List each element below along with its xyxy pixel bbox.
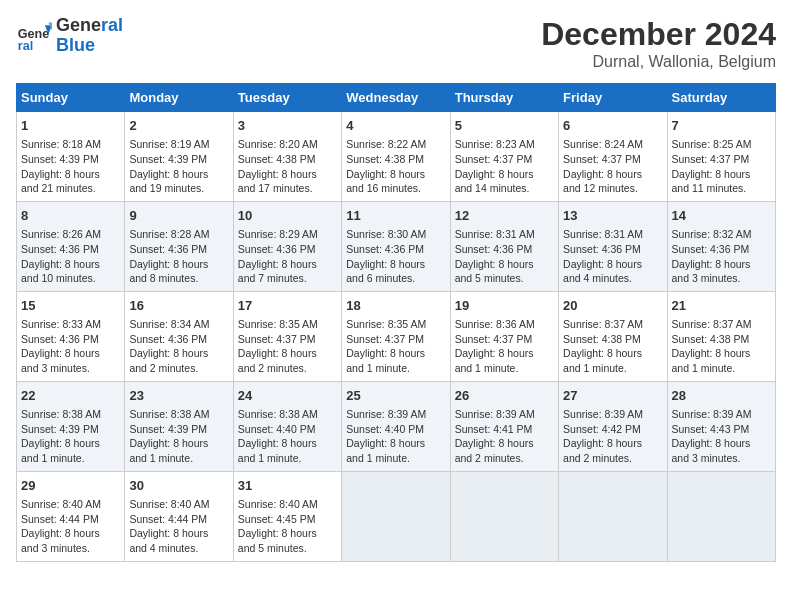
calendar-cell: 7Sunrise: 8:25 AMSunset: 4:37 PMDaylight… (667, 112, 775, 202)
cell-info: and 1 minute. (238, 451, 337, 466)
cell-info: and 1 minute. (672, 361, 771, 376)
cell-info: Sunrise: 8:37 AM (672, 317, 771, 332)
day-number: 16 (129, 297, 228, 315)
cell-info: Daylight: 8 hours (129, 436, 228, 451)
cell-info: Sunset: 4:40 PM (346, 422, 445, 437)
cell-info: Sunset: 4:44 PM (129, 512, 228, 527)
cell-info: Daylight: 8 hours (129, 257, 228, 272)
header-sunday: Sunday (17, 84, 125, 112)
cell-info: Sunrise: 8:38 AM (238, 407, 337, 422)
cell-info: Sunrise: 8:25 AM (672, 137, 771, 152)
cell-info: and 4 minutes. (563, 271, 662, 286)
day-number: 3 (238, 117, 337, 135)
cell-info: Daylight: 8 hours (455, 167, 554, 182)
cell-info: Sunset: 4:38 PM (346, 152, 445, 167)
cell-info: and 7 minutes. (238, 271, 337, 286)
cell-info: Daylight: 8 hours (238, 257, 337, 272)
calendar-cell: 30Sunrise: 8:40 AMSunset: 4:44 PMDayligh… (125, 471, 233, 561)
day-number: 1 (21, 117, 120, 135)
cell-info: Daylight: 8 hours (346, 346, 445, 361)
cell-info: Daylight: 8 hours (238, 346, 337, 361)
cell-info: and 5 minutes. (238, 541, 337, 556)
calendar-cell: 22Sunrise: 8:38 AMSunset: 4:39 PMDayligh… (17, 381, 125, 471)
cell-info: and 1 minute. (21, 451, 120, 466)
cell-info: Daylight: 8 hours (21, 167, 120, 182)
week-row-4: 22Sunrise: 8:38 AMSunset: 4:39 PMDayligh… (17, 381, 776, 471)
calendar-cell (450, 471, 558, 561)
cell-info: Sunrise: 8:39 AM (563, 407, 662, 422)
calendar-cell: 27Sunrise: 8:39 AMSunset: 4:42 PMDayligh… (559, 381, 667, 471)
day-number: 18 (346, 297, 445, 315)
cell-info: Sunset: 4:43 PM (672, 422, 771, 437)
header-row: SundayMondayTuesdayWednesdayThursdayFrid… (17, 84, 776, 112)
day-number: 19 (455, 297, 554, 315)
cell-info: and 14 minutes. (455, 181, 554, 196)
calendar-cell: 12Sunrise: 8:31 AMSunset: 4:36 PMDayligh… (450, 201, 558, 291)
cell-info: Sunrise: 8:34 AM (129, 317, 228, 332)
cell-info: Sunset: 4:36 PM (238, 242, 337, 257)
calendar-cell: 6Sunrise: 8:24 AMSunset: 4:37 PMDaylight… (559, 112, 667, 202)
cell-info: Sunset: 4:40 PM (238, 422, 337, 437)
cell-info: Daylight: 8 hours (672, 346, 771, 361)
calendar-cell: 15Sunrise: 8:33 AMSunset: 4:36 PMDayligh… (17, 291, 125, 381)
day-number: 9 (129, 207, 228, 225)
calendar-cell: 25Sunrise: 8:39 AMSunset: 4:40 PMDayligh… (342, 381, 450, 471)
logo-text: GeneralBlue (56, 16, 123, 56)
cell-info: and 5 minutes. (455, 271, 554, 286)
cell-info: and 12 minutes. (563, 181, 662, 196)
cell-info: and 3 minutes. (21, 361, 120, 376)
svg-text:ral: ral (18, 39, 33, 53)
calendar-title: December 2024 (541, 16, 776, 53)
cell-info: Sunset: 4:37 PM (455, 152, 554, 167)
cell-info: Sunset: 4:37 PM (238, 332, 337, 347)
day-number: 21 (672, 297, 771, 315)
cell-info: Sunrise: 8:38 AM (129, 407, 228, 422)
header-monday: Monday (125, 84, 233, 112)
day-number: 8 (21, 207, 120, 225)
cell-info: Daylight: 8 hours (238, 167, 337, 182)
cell-info: and 1 minute. (129, 451, 228, 466)
cell-info: Sunset: 4:44 PM (21, 512, 120, 527)
cell-info: Sunrise: 8:19 AM (129, 137, 228, 152)
day-number: 20 (563, 297, 662, 315)
cell-info: Daylight: 8 hours (129, 167, 228, 182)
cell-info: Sunrise: 8:24 AM (563, 137, 662, 152)
cell-info: Sunset: 4:36 PM (672, 242, 771, 257)
cell-info: Sunset: 4:39 PM (21, 152, 120, 167)
cell-info: and 17 minutes. (238, 181, 337, 196)
cell-info: Sunrise: 8:20 AM (238, 137, 337, 152)
cell-info: and 8 minutes. (129, 271, 228, 286)
cell-info: Daylight: 8 hours (455, 436, 554, 451)
week-row-3: 15Sunrise: 8:33 AMSunset: 4:36 PMDayligh… (17, 291, 776, 381)
day-number: 31 (238, 477, 337, 495)
cell-info: and 21 minutes. (21, 181, 120, 196)
cell-info: Sunset: 4:39 PM (21, 422, 120, 437)
page-header: Gene ral GeneralBlue December 2024 Durna… (16, 16, 776, 71)
calendar-subtitle: Durnal, Wallonia, Belgium (541, 53, 776, 71)
cell-info: and 2 minutes. (238, 361, 337, 376)
day-number: 4 (346, 117, 445, 135)
day-number: 10 (238, 207, 337, 225)
cell-info: and 3 minutes. (21, 541, 120, 556)
cell-info: Daylight: 8 hours (563, 257, 662, 272)
calendar-cell: 28Sunrise: 8:39 AMSunset: 4:43 PMDayligh… (667, 381, 775, 471)
calendar-cell: 5Sunrise: 8:23 AMSunset: 4:37 PMDaylight… (450, 112, 558, 202)
header-tuesday: Tuesday (233, 84, 341, 112)
calendar-cell: 10Sunrise: 8:29 AMSunset: 4:36 PMDayligh… (233, 201, 341, 291)
cell-info: Sunset: 4:36 PM (21, 242, 120, 257)
calendar-cell (342, 471, 450, 561)
day-number: 5 (455, 117, 554, 135)
day-number: 14 (672, 207, 771, 225)
cell-info: Daylight: 8 hours (238, 526, 337, 541)
week-row-5: 29Sunrise: 8:40 AMSunset: 4:44 PMDayligh… (17, 471, 776, 561)
cell-info: Sunrise: 8:33 AM (21, 317, 120, 332)
cell-info: Sunrise: 8:26 AM (21, 227, 120, 242)
cell-info: Daylight: 8 hours (346, 167, 445, 182)
day-number: 26 (455, 387, 554, 405)
cell-info: and 3 minutes. (672, 271, 771, 286)
cell-info: Sunset: 4:36 PM (346, 242, 445, 257)
cell-info: Sunset: 4:37 PM (455, 332, 554, 347)
cell-info: Sunrise: 8:30 AM (346, 227, 445, 242)
cell-info: Sunset: 4:36 PM (563, 242, 662, 257)
calendar-cell: 11Sunrise: 8:30 AMSunset: 4:36 PMDayligh… (342, 201, 450, 291)
